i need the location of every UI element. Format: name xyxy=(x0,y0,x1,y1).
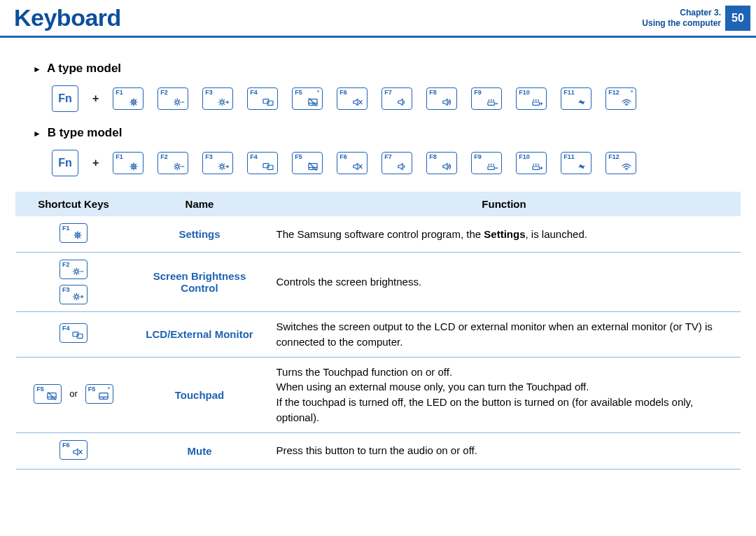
shortcut-table: Shortcut Keys Name Function F1SettingsTh… xyxy=(15,192,741,470)
cell-name: Touchpad xyxy=(132,357,268,432)
svg-line-110 xyxy=(75,232,76,233)
f4-key: F4 xyxy=(59,323,88,343)
chapter-line2: Using the computer xyxy=(642,18,721,28)
f3-key: F3 xyxy=(202,152,233,174)
sun-plus-icon xyxy=(217,97,230,107)
key-label: F1 xyxy=(62,225,70,232)
svg-rect-96 xyxy=(533,167,540,169)
f2-key: F2 xyxy=(158,87,188,110)
svg-line-78 xyxy=(224,168,225,169)
f9-key: F9 xyxy=(471,152,502,174)
svg-point-1 xyxy=(133,101,134,103)
table-row: F5orF5TouchpadTurns the Touchpad functio… xyxy=(16,357,741,432)
key-label: F6 xyxy=(340,89,347,96)
svg-line-97 xyxy=(533,164,534,166)
fn-key: Fn xyxy=(52,150,78,176)
f3-key: F3 xyxy=(59,285,88,304)
sun-plus-icon xyxy=(71,292,84,302)
key-label: F7 xyxy=(384,153,392,160)
key-label: F4 xyxy=(250,153,258,160)
f12-key: F12 xyxy=(606,87,636,110)
chapter-label: Chapter 3. Using the computer xyxy=(642,8,725,28)
sun-minus-icon xyxy=(172,162,185,171)
key-label: F1 xyxy=(115,153,123,160)
key-label: F12 xyxy=(608,89,620,96)
table-row: F2F3Screen Brightness ControlControls th… xyxy=(16,253,741,312)
model-a-label: ► A type model xyxy=(33,62,741,76)
key-label: F2 xyxy=(62,261,70,268)
page-number-badge: 50 xyxy=(725,6,750,31)
svg-point-52 xyxy=(132,164,136,169)
key-label: F9 xyxy=(474,89,482,96)
f5-key: F5 xyxy=(292,152,323,174)
fn-key: Fn xyxy=(52,85,78,112)
cell-shortcut-keys: F1 xyxy=(16,216,132,253)
key-label: F1 xyxy=(115,89,123,96)
svg-line-80 xyxy=(220,168,220,169)
sun-plus-icon xyxy=(217,162,230,171)
cell-shortcut-keys: F6 xyxy=(16,432,132,469)
cell-function: Turns the Touchpad function on or off.Wh… xyxy=(268,357,741,432)
key-label: F12 xyxy=(608,153,620,160)
mute-icon xyxy=(71,447,84,457)
svg-line-92 xyxy=(489,164,489,166)
svg-line-79 xyxy=(224,164,225,165)
cell-shortcut-keys: F2F3 xyxy=(16,253,132,312)
svg-point-124 xyxy=(75,295,78,298)
svg-line-16 xyxy=(179,104,180,104)
kbd-light-plus-icon xyxy=(531,97,543,107)
svg-line-59 xyxy=(136,168,136,169)
f11-key: F11 xyxy=(561,87,592,110)
key-label: F10 xyxy=(519,153,530,160)
header-right: Chapter 3. Using the computer 50 xyxy=(642,6,756,31)
svg-line-42 xyxy=(493,100,494,101)
touchpad-off-icon xyxy=(307,97,319,107)
monitor-dual-icon xyxy=(262,162,274,171)
svg-line-61 xyxy=(132,168,132,169)
svg-line-112 xyxy=(79,232,80,233)
fan-icon xyxy=(575,162,588,171)
f5-key: F5 xyxy=(292,87,323,110)
svg-point-62 xyxy=(176,165,178,168)
key-label: F7 xyxy=(384,89,392,96)
svg-line-27 xyxy=(224,100,225,101)
f6-key: F6 xyxy=(337,87,368,110)
svg-line-45 xyxy=(533,100,534,101)
svg-line-7 xyxy=(136,104,136,104)
key-label: F6 xyxy=(340,153,347,160)
page-title: Keyboard xyxy=(14,4,121,31)
svg-line-77 xyxy=(220,164,220,165)
f8-key: F8 xyxy=(426,152,457,174)
led-dot-icon xyxy=(317,90,319,92)
cell-shortcut-keys: F5orF5 xyxy=(16,357,132,432)
led-dot-icon xyxy=(631,90,633,92)
svg-point-20 xyxy=(220,101,223,104)
gear-icon xyxy=(71,230,84,240)
th-shortcut-keys: Shortcut Keys xyxy=(16,192,132,216)
svg-line-25 xyxy=(220,100,220,101)
cell-name: Mute xyxy=(132,432,268,469)
led-dot-icon xyxy=(108,387,110,389)
sun-minus-icon xyxy=(172,97,185,107)
svg-rect-91 xyxy=(488,167,495,169)
key-label: F2 xyxy=(160,153,168,160)
f9-key: F9 xyxy=(471,87,502,110)
key-label: F5 xyxy=(295,153,302,160)
f1-key: F1 xyxy=(113,87,144,110)
svg-line-28 xyxy=(220,104,220,104)
svg-point-105 xyxy=(77,234,78,236)
svg-line-58 xyxy=(132,164,132,164)
key-label: F4 xyxy=(62,325,70,332)
vol-up-icon xyxy=(441,162,454,171)
svg-point-10 xyxy=(176,101,178,104)
monitor-dual-icon xyxy=(262,97,274,107)
svg-line-131 xyxy=(78,295,79,295)
key-label: F6 xyxy=(62,442,70,449)
triangle-icon: ► xyxy=(33,64,41,74)
page-header: Keyboard Chapter 3. Using the computer 5… xyxy=(0,0,756,38)
f11-key: F11 xyxy=(561,152,592,174)
cell-shortcut-keys: F4 xyxy=(16,312,132,358)
svg-point-53 xyxy=(133,166,134,167)
key-label: F9 xyxy=(474,153,482,160)
kbd-light-plus-icon xyxy=(531,162,543,171)
